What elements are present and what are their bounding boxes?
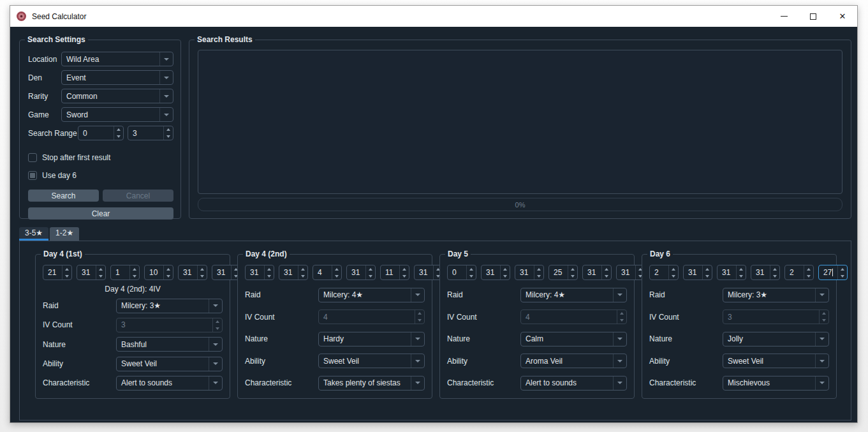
raid-combobox[interactable]: Milcery: 3★ bbox=[116, 299, 223, 313]
location-combobox[interactable]: Wild Area bbox=[61, 52, 173, 66]
spin-down-icon[interactable] bbox=[335, 275, 339, 278]
nature-combobox[interactable]: Bashful bbox=[116, 337, 223, 352]
spin-down-icon[interactable] bbox=[503, 275, 507, 278]
search-range-to-spinbox[interactable]: 3 bbox=[128, 126, 173, 140]
spin-down-icon[interactable] bbox=[117, 135, 121, 138]
spinner-buttons[interactable] bbox=[668, 265, 678, 279]
dropdown-button[interactable] bbox=[815, 354, 828, 368]
spin-down-icon[interactable] bbox=[841, 275, 844, 278]
dropdown-button[interactable] bbox=[159, 71, 173, 84]
iv-spinbox[interactable]: 31 bbox=[481, 265, 510, 280]
raid-combobox[interactable]: Milcery: 4★ bbox=[318, 288, 425, 302]
iv-spinbox[interactable]: 1 bbox=[110, 265, 140, 280]
spin-down-icon[interactable] bbox=[469, 275, 473, 278]
dropdown-button[interactable] bbox=[815, 288, 828, 302]
spinner-buttons[interactable] bbox=[534, 265, 543, 279]
stop-after-first-result-checkbox[interactable] bbox=[28, 153, 37, 162]
spin-up-icon[interactable] bbox=[672, 268, 675, 271]
spinner-buttons[interactable] bbox=[837, 265, 847, 279]
nature-combobox[interactable]: Hardy bbox=[318, 332, 425, 346]
iv-spinbox[interactable]: 31 bbox=[279, 265, 308, 280]
spinner-buttons[interactable] bbox=[298, 265, 307, 279]
spin-up-icon[interactable] bbox=[369, 268, 372, 271]
spin-down-icon[interactable] bbox=[739, 275, 743, 278]
iv-spinbox[interactable]: 31 bbox=[515, 265, 544, 280]
den-combobox[interactable]: Event bbox=[61, 70, 173, 85]
spinner-buttons[interactable] bbox=[96, 265, 105, 279]
spin-down-icon[interactable] bbox=[537, 275, 541, 278]
spin-up-icon[interactable] bbox=[571, 268, 575, 271]
iv-spinbox[interactable]: 10 bbox=[144, 265, 173, 280]
spinner-buttons[interactable] bbox=[736, 265, 746, 279]
dropdown-button[interactable] bbox=[411, 354, 424, 368]
spin-down-icon[interactable] bbox=[65, 275, 69, 278]
spin-up-icon[interactable] bbox=[402, 268, 406, 271]
spinner-buttons[interactable] bbox=[62, 265, 71, 279]
spin-up-icon[interactable] bbox=[200, 268, 204, 271]
iv-spinbox[interactable]: 31 bbox=[683, 265, 712, 280]
ability-combobox[interactable]: Sweet Veil bbox=[318, 354, 425, 368]
spin-down-icon[interactable] bbox=[807, 275, 811, 278]
spin-down-icon[interactable] bbox=[166, 135, 170, 138]
spinner-buttons[interactable] bbox=[197, 265, 207, 279]
iv-spinbox[interactable]: 4 bbox=[313, 265, 342, 280]
iv-spinbox[interactable]: 31 bbox=[582, 265, 612, 280]
spin-down-icon[interactable] bbox=[402, 275, 406, 278]
dropdown-button[interactable] bbox=[209, 357, 222, 371]
spin-down-icon[interactable] bbox=[605, 275, 608, 278]
dropdown-button[interactable] bbox=[815, 332, 828, 346]
spin-up-icon[interactable] bbox=[841, 268, 844, 271]
spin-up-icon[interactable] bbox=[133, 268, 136, 271]
search-range-from-spinbox[interactable]: 0 bbox=[78, 126, 124, 140]
spin-down-icon[interactable] bbox=[301, 275, 305, 278]
characteristic-combobox[interactable]: Mischievous bbox=[723, 376, 829, 391]
dropdown-button[interactable] bbox=[613, 376, 626, 390]
iv-spinbox[interactable]: 2 bbox=[649, 265, 679, 280]
spinner-buttons[interactable] bbox=[568, 265, 577, 279]
spin-up-icon[interactable] bbox=[739, 268, 743, 271]
spin-up-icon[interactable] bbox=[117, 128, 121, 131]
spinner-buttons[interactable] bbox=[466, 265, 476, 279]
dropdown-button[interactable] bbox=[411, 288, 424, 302]
dropdown-button[interactable] bbox=[613, 332, 626, 346]
nature-combobox[interactable]: Calm bbox=[520, 332, 627, 346]
spinner-buttons[interactable] bbox=[332, 265, 341, 279]
dropdown-button[interactable] bbox=[159, 108, 173, 121]
spinner-buttons[interactable] bbox=[114, 126, 123, 140]
iv-spinbox[interactable]: 31 bbox=[346, 265, 376, 280]
clear-button[interactable]: Clear bbox=[28, 207, 173, 220]
spin-down-icon[interactable] bbox=[705, 275, 709, 278]
dropdown-button[interactable] bbox=[613, 288, 626, 302]
spinner-buttons[interactable] bbox=[365, 265, 375, 279]
maximize-button[interactable] bbox=[798, 6, 828, 27]
dropdown-button[interactable] bbox=[411, 376, 424, 390]
nature-combobox[interactable]: Jolly bbox=[723, 332, 829, 346]
spinner-buttons[interactable] bbox=[770, 265, 779, 279]
rarity-combobox[interactable]: Common bbox=[61, 89, 173, 103]
iv-spinbox[interactable]: 31 bbox=[717, 265, 746, 280]
spinner-buttons[interactable] bbox=[702, 265, 712, 279]
dropdown-button[interactable] bbox=[209, 376, 222, 390]
spinner-buttons[interactable] bbox=[163, 126, 173, 140]
spin-down-icon[interactable] bbox=[672, 275, 675, 278]
iv-spinbox[interactable]: 2 bbox=[784, 265, 814, 280]
spinner-buttons[interactable] bbox=[129, 265, 139, 279]
game-combobox[interactable]: Sword bbox=[61, 107, 173, 122]
iv-spinbox[interactable]: 31 bbox=[77, 265, 106, 280]
spin-down-icon[interactable] bbox=[369, 275, 372, 278]
spinner-buttons[interactable] bbox=[163, 265, 173, 279]
iv-spinbox[interactable]: 21 bbox=[43, 265, 72, 280]
ability-combobox[interactable]: Aroma Veil bbox=[520, 354, 627, 368]
tab-3-5-star[interactable]: 3-5★ bbox=[19, 227, 48, 241]
dropdown-button[interactable] bbox=[815, 376, 828, 390]
iv-spinbox[interactable]: 31 bbox=[245, 265, 274, 280]
spin-up-icon[interactable] bbox=[503, 268, 507, 271]
spin-up-icon[interactable] bbox=[267, 268, 271, 271]
results-list[interactable] bbox=[198, 50, 842, 194]
ability-combobox[interactable]: Sweet Veil bbox=[116, 357, 223, 371]
spin-down-icon[interactable] bbox=[166, 275, 170, 278]
use-day-6-checkbox[interactable] bbox=[28, 171, 37, 180]
iv-spinbox[interactable]: 11 bbox=[380, 265, 409, 280]
iv-spinbox-focused[interactable]: 27 bbox=[818, 265, 848, 280]
spin-up-icon[interactable] bbox=[301, 268, 305, 271]
